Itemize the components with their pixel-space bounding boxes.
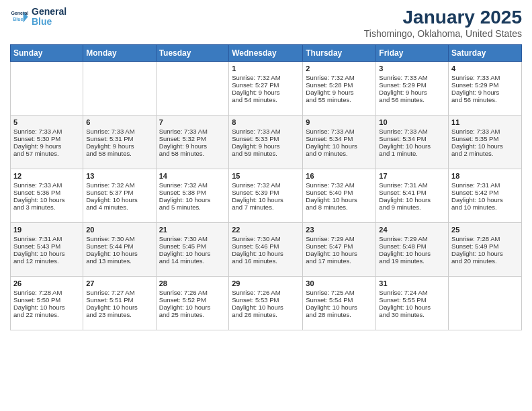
day-number-23: 23 [306,226,373,234]
cell-info-line: Daylight: 10 hours [306,196,373,203]
cell-info-line: Daylight: 10 hours [159,304,226,311]
cell-info-line: and 8 minutes. [306,203,373,211]
cell-info-line: Sunset: 5:46 PM [232,242,300,250]
cell-info-line: Sunset: 5:30 PM [13,135,80,142]
cell-info-line: Sunset: 5:28 PM [306,81,373,89]
cell-info-line: and 7 minutes. [232,203,300,211]
cell-info-line: Sunset: 5:31 PM [86,135,152,142]
cell-3-6: 25Sunrise: 7:28 AMSunset: 5:49 PMDayligh… [449,223,522,277]
cell-info-line: Sunset: 5:38 PM [159,189,226,196]
cell-1-5: 10Sunrise: 7:33 AMSunset: 5:34 PMDayligh… [376,116,449,169]
cell-0-3: 1Sunrise: 7:32 AMSunset: 5:27 PMDaylight… [229,62,303,116]
header-sunday: Sunday [11,45,83,62]
cell-info-line: Daylight: 10 hours [306,142,373,150]
cell-info-line: and 1 minute. [379,150,445,157]
cell-info-line: Sunset: 5:51 PM [86,296,152,304]
cell-info-line: Sunset: 5:49 PM [451,242,519,250]
day-number-20: 20 [86,226,152,234]
header-thursday: Thursday [303,45,376,62]
cell-info-line: and 2 minutes. [451,150,519,157]
cell-info-line: Daylight: 10 hours [86,250,152,257]
cell-info-line: and 25 minutes. [159,311,226,318]
cell-0-1 [83,62,156,116]
day-number-3: 3 [379,64,445,73]
cell-info-line: Sunrise: 7:33 AM [379,74,445,81]
cell-2-2: 14Sunrise: 7:32 AMSunset: 5:38 PMDayligh… [156,169,229,223]
cell-info-line: Sunset: 5:53 PM [232,296,300,304]
week-row-2: 12Sunrise: 7:33 AMSunset: 5:36 PMDayligh… [11,169,522,223]
cell-4-3: 29Sunrise: 7:26 AMSunset: 5:53 PMDayligh… [229,277,303,330]
cell-info-line: Daylight: 10 hours [451,142,519,150]
cell-info-line: and 58 minutes. [159,150,226,157]
title-section: January 2025 Tishomingo, Oklahoma, Unite… [364,7,522,39]
cell-info-line: Sunset: 5:41 PM [379,189,445,196]
cell-info-line: Sunrise: 7:28 AM [13,289,80,296]
cell-info-line: Sunrise: 7:33 AM [13,181,80,189]
cell-1-0: 5Sunrise: 7:33 AMSunset: 5:30 PMDaylight… [11,116,83,169]
cell-info-line: Sunrise: 7:32 AM [159,181,226,189]
header-tuesday: Tuesday [156,45,229,62]
cell-info-line: Daylight: 10 hours [232,250,300,257]
cell-2-1: 13Sunrise: 7:32 AMSunset: 5:37 PMDayligh… [83,169,156,223]
cell-info-line: Sunset: 5:44 PM [86,242,152,250]
cell-info-line: and 58 minutes. [86,150,152,157]
cell-0-6: 4Sunrise: 7:33 AMSunset: 5:29 PMDaylight… [449,62,522,116]
cell-info-line: and 56 minutes. [451,96,519,103]
day-number-2: 2 [306,64,373,73]
cell-info-line: Sunrise: 7:32 AM [306,181,373,189]
cell-info-line: Daylight: 10 hours [306,250,373,257]
day-number-7: 7 [159,118,226,126]
day-number-24: 24 [379,226,445,234]
cell-info-line: Sunrise: 7:33 AM [86,128,152,135]
day-number-25: 25 [451,226,519,234]
day-number-14: 14 [159,172,226,180]
cell-info-line: Sunrise: 7:24 AM [379,289,445,296]
cell-info-line: Daylight: 10 hours [306,304,373,311]
cell-info-line: Sunset: 5:54 PM [306,296,373,304]
cell-info-line: and 23 minutes. [86,311,152,318]
cell-info-line: Sunset: 5:36 PM [13,189,80,196]
cell-3-3: 22Sunrise: 7:30 AMSunset: 5:46 PMDayligh… [229,223,303,277]
cell-info-line: Sunset: 5:50 PM [13,296,80,304]
day-number-31: 31 [379,279,445,287]
logo: General Blue General Blue [10,7,66,28]
cell-info-line: and 55 minutes. [306,96,373,103]
cell-info-line: Sunset: 5:29 PM [451,81,519,89]
cell-info-line: Sunrise: 7:26 AM [159,289,226,296]
cell-info-line: Sunrise: 7:28 AM [451,235,519,242]
logo-icon: General Blue [10,7,29,26]
cell-info-line: Sunrise: 7:30 AM [232,235,300,242]
cell-info-line: and 56 minutes. [379,96,445,103]
cell-info-line: Sunset: 5:27 PM [232,81,300,89]
cell-info-line: Daylight: 9 hours [232,142,300,150]
cell-info-line: and 19 minutes. [379,257,445,265]
day-number-21: 21 [159,226,226,234]
weekday-header-row: Sunday Monday Tuesday Wednesday Thursday… [11,45,522,62]
cell-info-line: Sunrise: 7:31 AM [379,181,445,189]
cell-info-line: Sunrise: 7:33 AM [232,128,300,135]
cell-info-line: and 3 minutes. [13,203,80,211]
day-number-8: 8 [232,118,300,126]
cell-info-line: and 30 minutes. [379,311,445,318]
cell-info-line: Sunrise: 7:31 AM [13,235,80,242]
week-row-0: 1Sunrise: 7:32 AMSunset: 5:27 PMDaylight… [11,62,522,116]
cell-1-2: 7Sunrise: 7:33 AMSunset: 5:32 PMDaylight… [156,116,229,169]
day-number-28: 28 [159,279,226,287]
cell-3-1: 20Sunrise: 7:30 AMSunset: 5:44 PMDayligh… [83,223,156,277]
cell-info-line: Sunset: 5:35 PM [451,135,519,142]
location: Tishomingo, Oklahoma, United States [364,28,522,39]
header: General Blue General Blue January 2025 T… [10,7,522,39]
cell-4-4: 30Sunrise: 7:25 AMSunset: 5:54 PMDayligh… [303,277,376,330]
cell-4-1: 27Sunrise: 7:27 AMSunset: 5:51 PMDayligh… [83,277,156,330]
cell-info-line: and 10 minutes. [451,203,519,211]
cell-2-0: 12Sunrise: 7:33 AMSunset: 5:36 PMDayligh… [11,169,83,223]
cell-2-6: 18Sunrise: 7:31 AMSunset: 5:42 PMDayligh… [449,169,522,223]
cell-info-line: and 20 minutes. [451,257,519,265]
cell-info-line: Daylight: 9 hours [13,142,80,150]
cell-info-line: and 26 minutes. [232,311,300,318]
cell-info-line: Sunset: 5:34 PM [379,135,445,142]
month-title: January 2025 [364,7,522,28]
cell-info-line: and 16 minutes. [232,257,300,265]
day-number-6: 6 [86,118,152,126]
day-number-17: 17 [379,172,445,180]
